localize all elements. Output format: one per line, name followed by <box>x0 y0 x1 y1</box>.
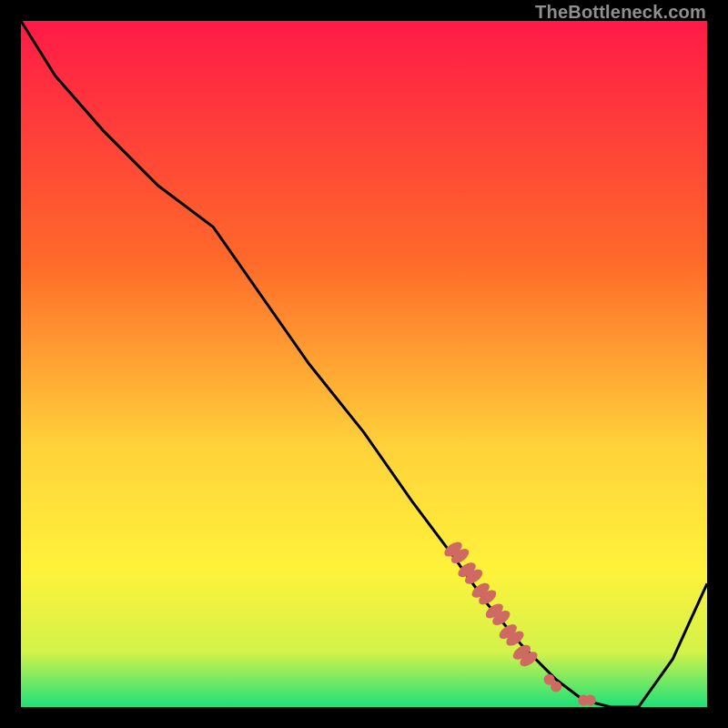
chart-frame <box>21 21 707 707</box>
gradient-background <box>21 21 707 707</box>
watermark-text: TheBottleneck.com <box>535 2 706 23</box>
highlight-dot <box>585 695 596 706</box>
highlight-dot <box>551 681 561 692</box>
bottleneck-chart <box>21 21 707 707</box>
